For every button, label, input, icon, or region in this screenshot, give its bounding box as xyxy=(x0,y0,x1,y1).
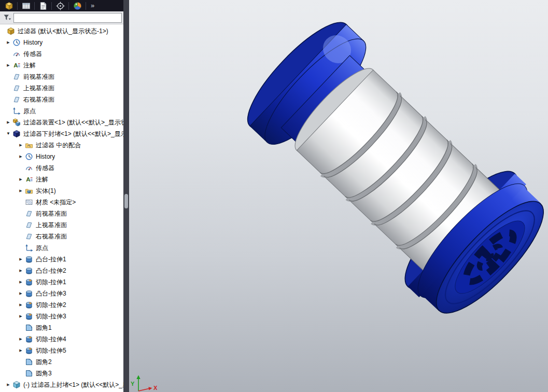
tree-item-label: 传感器 xyxy=(23,50,42,59)
toolbar-separator xyxy=(68,2,69,10)
expander-collapsed-icon[interactable]: ▶ xyxy=(17,174,25,185)
tree-item[interactable]: 传感器 xyxy=(0,162,123,174)
expander-collapsed-icon[interactable]: ▶ xyxy=(4,117,12,128)
target-icon xyxy=(56,2,65,10)
tree-item-label: 原点 xyxy=(36,244,48,253)
panel-splitter[interactable] xyxy=(123,0,129,392)
tree-item[interactable]: 圆角3 xyxy=(0,368,123,379)
tree-item-label: 传感器 xyxy=(36,164,54,173)
tree-item[interactable]: ▶凸台-拉伸2 xyxy=(0,265,123,276)
expander-collapsed-icon[interactable]: ▶ xyxy=(17,299,25,311)
expander-collapsed-icon[interactable]: ▶ xyxy=(4,37,12,48)
design-table-button[interactable] xyxy=(19,1,33,11)
panel-toolbar: » xyxy=(0,0,123,11)
tree-item-label: 切除-拉伸2 xyxy=(36,301,66,310)
tree-item-label: 前视基准面 xyxy=(23,73,54,81)
expander-collapsed-icon[interactable]: ▶ xyxy=(17,139,25,151)
triad-x-axis xyxy=(138,389,149,391)
expander-collapsed-icon[interactable]: ▶ xyxy=(17,288,25,299)
tree-item-label: 前视基准面 xyxy=(36,209,67,218)
boss-extrude-icon xyxy=(25,255,34,263)
tree-item[interactable]: 右视基准面 xyxy=(0,231,123,242)
expander-collapsed-icon[interactable]: ▶ xyxy=(17,333,25,345)
origin-icon xyxy=(12,107,21,115)
tree-item[interactable]: 上视基准面 xyxy=(0,82,123,94)
tree-item[interactable]: ▶A注解 xyxy=(0,60,123,71)
boss-extrude-icon xyxy=(25,267,34,275)
tree-item[interactable]: ▶过滤器 中的配合 xyxy=(0,139,123,151)
tree-item-label: 凸台-拉伸1 xyxy=(36,255,66,264)
tree-item[interactable]: 上视基准面 xyxy=(0,219,123,231)
tree-item[interactable]: ▶切除-拉伸5 xyxy=(0,345,123,356)
tree-item-label: 右视基准面 xyxy=(36,232,67,241)
part-document-button[interactable] xyxy=(2,1,16,11)
tree-item[interactable]: 材质 <未指定> xyxy=(0,197,123,208)
tree-item[interactable]: 传感器 xyxy=(0,48,123,60)
tree-item[interactable]: ▶凸台-拉伸1 xyxy=(0,254,123,265)
plane-icon xyxy=(12,73,21,81)
sensors-icon xyxy=(25,164,34,172)
expander-collapsed-icon[interactable]: ▶ xyxy=(17,276,25,288)
expander-collapsed-icon[interactable]: ▶ xyxy=(17,345,25,356)
tree-item[interactable]: 过滤器 (默认<默认_显示状态-1>) xyxy=(0,25,123,37)
tree-item[interactable]: 原点 xyxy=(0,105,123,117)
tree-item[interactable]: 右视基准面 xyxy=(0,94,123,105)
plane-icon xyxy=(12,84,21,92)
toolbar-overflow-chevron[interactable]: » xyxy=(91,1,94,11)
splitter-thumb[interactable] xyxy=(124,194,128,208)
doc-part-icon xyxy=(5,2,13,10)
expander-collapsed-icon[interactable]: ▶ xyxy=(4,60,12,71)
tree-item[interactable]: ▶切除-拉伸4 xyxy=(0,333,123,345)
tree-item[interactable]: 圆角1 xyxy=(0,322,123,333)
tree-item[interactable]: ▶History xyxy=(0,37,123,48)
expander-expanded-icon[interactable]: ▼ xyxy=(4,128,12,139)
tree-item[interactable]: ▶切除-拉伸1 xyxy=(0,276,123,288)
cut-extrude-icon xyxy=(25,301,34,309)
filter-input[interactable] xyxy=(13,13,122,23)
history-icon xyxy=(12,38,21,47)
tree-item[interactable]: ▶A注解 xyxy=(0,174,123,185)
tree-item-label: History xyxy=(23,39,43,46)
expander-collapsed-icon[interactable]: ▶ xyxy=(17,254,25,265)
tree-item[interactable]: ▼过滤器下封堵<1> (默认<<默认>_显示 xyxy=(0,128,123,139)
tree-item[interactable]: ▶History xyxy=(0,151,123,162)
tree-item-label: 右视基准面 xyxy=(23,95,54,104)
tree-item[interactable]: 原点 xyxy=(0,242,123,254)
tree-item-label: 实体(1) xyxy=(36,187,56,195)
triad-x-arrowhead xyxy=(148,387,152,390)
expander-collapsed-icon[interactable]: ▶ xyxy=(17,151,25,162)
tree-item-label: 圆角1 xyxy=(36,324,52,332)
tree-item[interactable]: 圆角2 xyxy=(0,356,123,368)
expander-collapsed-icon[interactable]: ▶ xyxy=(17,185,25,197)
triad-y-label: Y xyxy=(131,381,135,387)
solids-icon xyxy=(25,187,34,195)
fillet-icon xyxy=(25,324,34,332)
tree-item-label: 过滤器下封堵<1> (默认<<默认>_显示 xyxy=(23,130,123,138)
toolbar-separator xyxy=(34,2,35,10)
filter-funnel-button[interactable] xyxy=(2,12,13,23)
expander-collapsed-icon[interactable]: ▶ xyxy=(17,265,25,276)
solidworks-window: Y X » 过滤器 (默认<默认_显示状态-1>)▶History传感器▶A注解… xyxy=(0,0,548,392)
triad-x-label: X xyxy=(153,385,158,391)
model-3d[interactable] xyxy=(230,5,548,330)
expander-collapsed-icon[interactable]: ▶ xyxy=(4,379,12,390)
plane-icon xyxy=(25,209,34,218)
fillet-icon xyxy=(25,369,34,377)
filter-bar xyxy=(0,11,123,24)
property-page-button[interactable] xyxy=(36,1,50,11)
tree-item[interactable]: ▶切除-拉伸2 xyxy=(0,299,123,311)
tree-item[interactable]: ▶切除-拉伸3 xyxy=(0,311,123,322)
expander-collapsed-icon[interactable]: ▶ xyxy=(17,311,25,322)
tree-item[interactable]: 前视基准面 xyxy=(0,208,123,219)
component-part-icon xyxy=(12,381,21,389)
tree-item[interactable]: ▶实体(1) xyxy=(0,185,123,197)
tree-item[interactable]: ▶(-) 过滤器上封堵<1> (默认<<默认>_显示 xyxy=(0,379,123,390)
annotations-icon: A xyxy=(12,61,21,69)
target-button[interactable] xyxy=(53,1,67,11)
cut-extrude-icon xyxy=(25,312,34,320)
tree-item[interactable]: 前视基准面 xyxy=(0,71,123,82)
feature-tree: 过滤器 (默认<默认_显示状态-1>)▶History传感器▶A注解前视基准面上… xyxy=(0,24,123,392)
tree-item[interactable]: ▶凸台-拉伸3 xyxy=(0,288,123,299)
tree-item[interactable]: ▶过滤器装置<1> (默认<<默认>_显示状态 xyxy=(0,117,123,128)
view-orientation-button[interactable] xyxy=(71,1,84,11)
